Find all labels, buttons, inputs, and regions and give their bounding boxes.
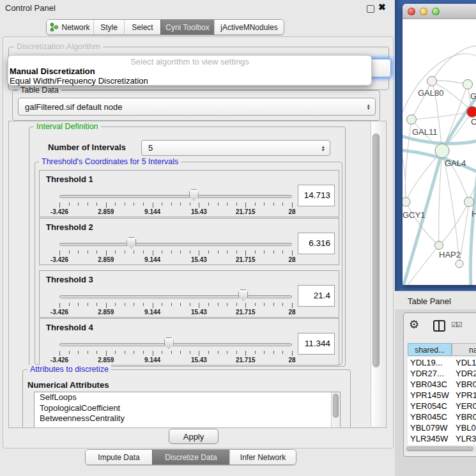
slider-track[interactable]	[59, 195, 292, 198]
network-node-GA[interactable]	[463, 80, 473, 89]
tick-mark	[227, 351, 227, 354]
algorithm-option-manual-discretization[interactable]: Manual Discretization	[8, 66, 371, 76]
tab-network[interactable]: Network	[47, 20, 93, 35]
minimize-traffic-light-icon[interactable]	[420, 8, 427, 15]
list-item[interactable]: TopologicalCoefficient	[35, 403, 340, 414]
tab-impute-data[interactable]: Impute Data	[86, 450, 152, 464]
table-row[interactable]: YBL079WYBL0	[408, 422, 476, 433]
tab-style[interactable]: Style	[93, 20, 124, 35]
tick-label: 21.715	[236, 357, 256, 364]
table-panel-title: Table Panel	[408, 296, 451, 306]
threshold-value-field[interactable]: 11.344	[298, 333, 335, 355]
stepper-icon[interactable]: ▲▼	[321, 145, 325, 151]
threshold-value-field[interactable]: 14.713	[298, 185, 335, 206]
tick-mark	[292, 250, 293, 256]
tick-mark	[264, 250, 265, 254]
column-header-shared[interactable]: shared...	[408, 343, 452, 356]
tick-mark	[69, 203, 70, 206]
horizontal-scrollbar[interactable]	[405, 445, 476, 452]
list-item[interactable]: SelfLoops	[35, 392, 340, 403]
tick-mark	[69, 303, 70, 306]
apply-button[interactable]: Apply	[169, 429, 219, 444]
slider-track[interactable]	[59, 343, 292, 346]
tab-select[interactable]: Select	[124, 20, 160, 35]
close-icon[interactable]: ✖	[378, 2, 386, 12]
network-node-H[interactable]	[464, 197, 474, 207]
tick-mark	[264, 303, 265, 306]
slider-track[interactable]	[59, 295, 292, 298]
table-row[interactable]: YER054CYER0	[408, 401, 476, 411]
cell-shared-name: YBR045C	[408, 411, 452, 422]
tick-mark	[218, 303, 219, 306]
select-columns-icon[interactable]: ☑☑	[451, 321, 461, 329]
gear-icon[interactable]: ⚙	[409, 318, 419, 332]
zoom-traffic-light-icon[interactable]	[432, 8, 440, 15]
network-canvas[interactable]: GAL80GACGAL11GAL4GCY1HHAP2	[403, 19, 476, 285]
tick-mark	[106, 250, 107, 256]
node-label-C: C	[471, 117, 476, 127]
table-row[interactable]: YLR345WYLR3	[408, 433, 476, 444]
tick-mark	[153, 203, 153, 208]
slider-knob[interactable]	[164, 337, 174, 349]
columns-icon[interactable]	[433, 320, 445, 332]
tick-mark	[59, 203, 60, 208]
slider-track[interactable]	[59, 243, 292, 246]
vertical-scrollbar-thumb[interactable]	[372, 134, 380, 367]
table-row[interactable]: YPR145WYPR1	[408, 390, 476, 401]
tick-mark	[236, 203, 237, 206]
list-item[interactable]: BetweennessCentrality	[35, 413, 340, 424]
node-label-GAL11: GAL11	[412, 127, 438, 137]
number-of-intervals-select[interactable]: 5 ▲▼	[141, 140, 330, 156]
tab-infer-network[interactable]: Infer Network	[229, 450, 296, 464]
table-row[interactable]: YDR27...YDR2	[408, 368, 476, 379]
tick-mark	[292, 303, 293, 308]
network-node-GAL80[interactable]	[427, 77, 437, 86]
network-node-unnamed[interactable]	[456, 260, 463, 268]
table-row[interactable]: YDL19...YDL1	[408, 357, 476, 368]
cell-shared-name: YDR27...	[408, 368, 452, 379]
table-row[interactable]: YBR043CYBR0	[408, 379, 476, 390]
threshold-value-field[interactable]: 6.316	[298, 233, 335, 254]
tab-jactivemnodules[interactable]: jActiveMNodules	[214, 20, 284, 35]
slider-knob[interactable]	[127, 237, 136, 249]
slider-knob[interactable]	[189, 189, 199, 201]
tab-discretize-data[interactable]: Discretize Data	[152, 450, 229, 464]
tick-mark	[236, 250, 237, 254]
float-window-icon[interactable]	[367, 5, 374, 13]
network-node-GAL11[interactable]	[407, 115, 417, 125]
list-scrollbar[interactable]	[331, 392, 340, 428]
network-edge	[411, 81, 432, 119]
table-data-select[interactable]: galFiltered.sif default node ▲▼	[18, 98, 376, 116]
algorithm-option-equal-width-frequency-discretization[interactable]: Equal Width/Frequency Discretization	[8, 76, 371, 86]
tab-label: Discretize Data	[165, 453, 217, 462]
close-traffic-light-icon[interactable]	[408, 8, 415, 15]
table-data-selected-value: galFiltered.sif default node	[19, 102, 122, 112]
tab-cyni-toolbox[interactable]: Cyni Toolbox	[160, 20, 214, 35]
network-node-HAP2[interactable]	[435, 242, 443, 250]
horizontal-scrollbar-thumb[interactable]	[406, 447, 473, 451]
table-data-group-title: Table Data	[18, 86, 61, 95]
control-panel-window: Control Panel ✖ NetworkStyleSelectCyni T…	[0, 0, 395, 476]
table-row[interactable]: YBR045CYBR0	[408, 411, 476, 422]
threshold-value-field[interactable]: 21.4	[298, 285, 335, 307]
tick-mark	[96, 351, 97, 354]
tick-mark	[227, 203, 227, 206]
control-panel-tabs: NetworkStyleSelectCyni ToolboxjActiveMNo…	[46, 19, 284, 35]
slider-knob[interactable]	[238, 289, 248, 301]
network-node-GAL4[interactable]	[435, 144, 449, 158]
tick-mark	[282, 203, 283, 206]
list-scrollbar-thumb[interactable]	[333, 394, 339, 418]
vertical-scrollbar[interactable]	[371, 121, 382, 426]
network-node-C[interactable]	[467, 107, 476, 118]
number-of-intervals-label: Number of Intervals	[48, 142, 126, 152]
column-header-name[interactable]: na	[452, 343, 476, 356]
tick-mark	[236, 303, 237, 306]
stepper-icon[interactable]: ▲▼	[367, 104, 371, 110]
tick-label: 28	[288, 357, 295, 364]
network-node-GCY1[interactable]	[403, 197, 410, 206]
tick-mark	[78, 250, 79, 254]
attributes-group: Attributes to discretize Numerical Attri…	[22, 369, 351, 428]
tick-mark	[162, 250, 162, 254]
numerical-attributes-list[interactable]: SelfLoopsTopologicalCoefficientBetweenne…	[34, 392, 341, 428]
cell-name: YBR0	[452, 379, 476, 390]
